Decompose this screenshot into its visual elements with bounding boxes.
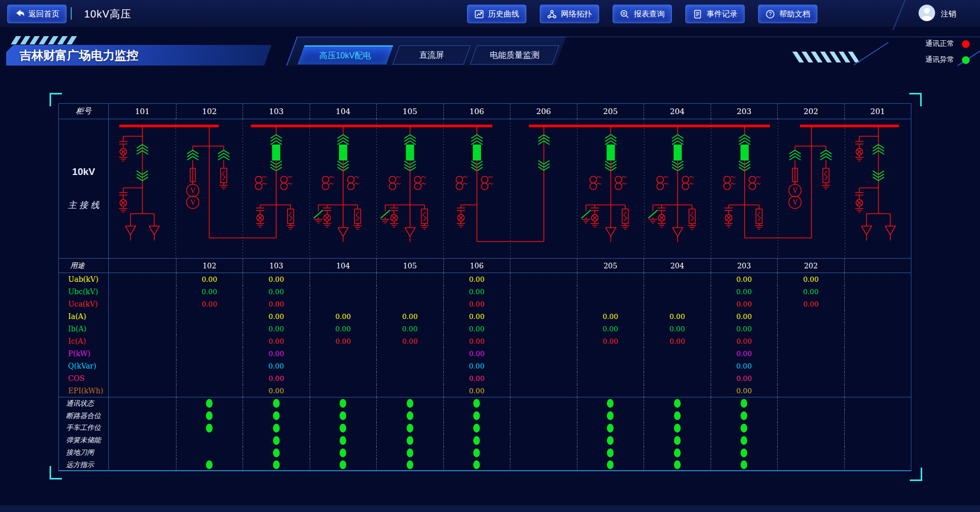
scada-page: 返回首页 10kV高压 历史曲线网络拓扑报表查询事件记录?帮助文档 注销 吉林财… xyxy=(0,0,980,512)
network-topology-button[interactable]: 网络拓扑 xyxy=(540,5,599,23)
measure-value-cell: 0.00 xyxy=(243,285,310,298)
history-curve-button[interactable]: 历史曲线 xyxy=(467,5,526,23)
measure-value-cell xyxy=(510,360,577,372)
status-dot-on xyxy=(273,424,280,433)
usage-cell: 202 xyxy=(777,259,844,273)
measure-value-cell xyxy=(510,335,577,347)
measure-value-cell: 0.00 xyxy=(711,347,778,360)
status-cell xyxy=(243,422,310,435)
history-curve-icon xyxy=(474,9,484,19)
measure-value-cell xyxy=(844,273,911,285)
measure-value-cell: 0.00 xyxy=(577,310,644,323)
status-cell xyxy=(176,397,243,410)
measure-row: Uca(kV)0.000.000.000.000.00 xyxy=(59,298,911,310)
measure-value-cell xyxy=(510,323,577,335)
status-cell xyxy=(243,397,310,410)
status-row-label: 手车工作位 xyxy=(59,422,109,435)
measure-row-label: COS xyxy=(59,372,109,385)
status-dot-on xyxy=(741,399,747,408)
measure-value-cell: 0.00 xyxy=(310,310,377,323)
legend-dot xyxy=(962,40,970,48)
measure-value-cell xyxy=(844,323,911,335)
measure-value-cell: 0.00 xyxy=(711,273,778,285)
report-query-button[interactable]: 报表查询 xyxy=(613,5,672,23)
status-row: 弹簧未储能 xyxy=(59,434,911,446)
status-cell xyxy=(109,446,176,459)
status-cell xyxy=(644,410,711,422)
event-log-button[interactable]: 事件记录 xyxy=(685,5,745,23)
status-cell xyxy=(577,434,644,446)
user-avatar-icon[interactable] xyxy=(918,4,936,24)
measure-value-cell xyxy=(844,298,911,310)
measure-row-label: Q(kVar) xyxy=(59,360,109,372)
measure-value-cell xyxy=(109,285,176,298)
usage-cell: 205 xyxy=(577,259,644,273)
event-log-icon xyxy=(693,9,702,19)
status-cell xyxy=(777,410,844,422)
status-dot-on xyxy=(206,411,213,420)
status-dot-on xyxy=(273,411,280,420)
status-cell xyxy=(510,434,577,446)
measure-value-cell: 0.00 xyxy=(711,298,778,310)
measure-row: COS0.000.000.00 xyxy=(59,372,911,385)
measure-value-cell: 0.00 xyxy=(711,335,778,347)
measure-value-cell xyxy=(844,310,911,323)
measure-row-label: Ic(A) xyxy=(59,335,109,347)
measure-value-cell: 0.00 xyxy=(243,385,310,397)
svg-text:V: V xyxy=(792,199,797,206)
status-dot-on xyxy=(273,460,280,469)
logout-button[interactable]: 注销 xyxy=(941,9,956,19)
measure-value-cell: 0.00 xyxy=(310,335,377,347)
hazard-stripes-right xyxy=(796,52,856,62)
tab-电能质量监测[interactable]: 电能质量监测 xyxy=(470,45,559,65)
cabinet-number-cell: 206 xyxy=(510,104,577,119)
status-dot-on xyxy=(340,436,346,445)
diagram-label-main-wiring: 主接线 xyxy=(66,199,102,211)
measure-value-cell xyxy=(310,347,377,360)
status-cell xyxy=(577,410,644,422)
help-doc-button[interactable]: ?帮助文档 xyxy=(758,5,817,23)
measure-row-label: Uab(kV) xyxy=(59,273,109,285)
status-cell xyxy=(310,434,377,446)
status-cell xyxy=(510,446,577,459)
nav-button-label: 帮助文档 xyxy=(779,9,810,19)
status-dot-on xyxy=(607,411,614,420)
tab-直流屏[interactable]: 直流屏 xyxy=(393,45,471,65)
status-cell xyxy=(109,459,176,471)
svg-text:V: V xyxy=(190,199,195,206)
measure-value-cell xyxy=(109,372,176,385)
tab-高压10kV配电[interactable]: 高压10kV配电 xyxy=(298,45,393,65)
legend-item: 通讯异常 xyxy=(925,55,970,65)
status-row-label: 弹簧未储能 xyxy=(59,434,109,446)
status-dot-on xyxy=(206,460,213,469)
measure-value-cell xyxy=(577,372,644,385)
status-cell xyxy=(577,422,644,435)
measure-value-cell xyxy=(844,335,911,347)
measure-value-cell: 0.00 xyxy=(443,335,510,347)
measure-row-label: Ubc(kV) xyxy=(59,285,109,298)
measure-value-cell xyxy=(376,347,443,360)
measure-value-cell xyxy=(644,347,711,360)
measure-row-label: Ib(A) xyxy=(59,323,109,335)
status-cell xyxy=(376,459,443,471)
measure-value-cell xyxy=(310,285,377,298)
nav-buttons: 历史曲线网络拓扑报表查询事件记录?帮助文档 xyxy=(467,5,817,23)
measure-value-cell xyxy=(176,360,243,372)
comm-status-legend: 通讯正常通讯异常 xyxy=(925,39,970,65)
status-dot-on xyxy=(340,449,346,457)
measure-value-cell: 0.00 xyxy=(711,323,778,335)
status-dot-on xyxy=(741,424,747,433)
hazard-stripe xyxy=(39,36,49,44)
status-cell xyxy=(510,397,577,410)
measure-value-cell xyxy=(176,385,243,397)
measure-value-cell xyxy=(376,273,443,285)
status-cell xyxy=(176,446,243,459)
measure-row: Ic(A)0.000.000.000.000.000.000.00 xyxy=(59,335,911,347)
measure-value-cell: 0.00 xyxy=(310,323,377,335)
status-cell xyxy=(777,434,844,446)
measure-value-cell: 0.00 xyxy=(711,385,778,397)
measure-value-cell xyxy=(376,360,443,372)
back-home-button[interactable]: 返回首页 xyxy=(7,5,67,23)
title-divider xyxy=(71,7,72,20)
status-cell xyxy=(844,459,911,471)
